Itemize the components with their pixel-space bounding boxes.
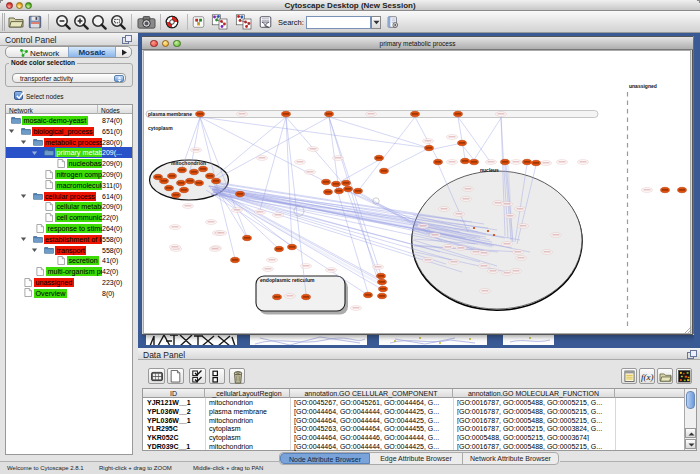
svg-text:plasma membrane: plasma membrane (148, 111, 192, 117)
svg-text:nucleus: nucleus (480, 167, 499, 173)
svg-text:unassigned: unassigned (629, 83, 657, 89)
svg-text:mitochondrion: mitochondrion (171, 160, 206, 166)
svg-text:endoplasmic reticulum: endoplasmic reticulum (260, 277, 315, 283)
svg-text:cytoplasm: cytoplasm (148, 125, 173, 131)
svg-text:f(x): f(x) (641, 372, 654, 382)
